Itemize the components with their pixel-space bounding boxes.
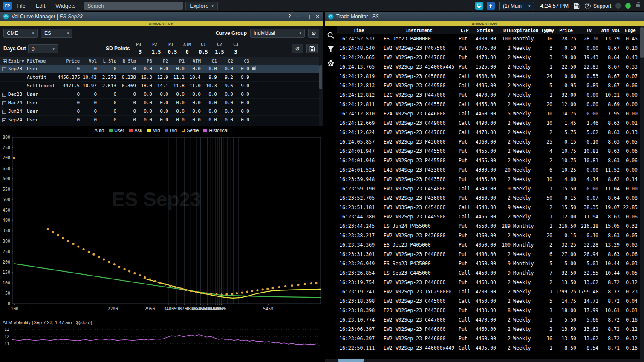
undo-button[interactable]: ↺	[292, 44, 303, 53]
trade-col-header[interactable]: Price	[554, 28, 578, 33]
value-cell[interactable]: 0.0	[234, 100, 251, 106]
vol-col-header[interactable]: L Slp	[98, 58, 118, 63]
trade-row[interactable]: 16:22:50.111EW2 W02Sep-23 446000x449Call…	[337, 343, 640, 353]
vol-table-row[interactable]: +Mar24User00000.00.00.00.00.00.00.0	[0, 99, 323, 107]
days-out-select[interactable]: 0▾	[28, 44, 58, 53]
add-expiry-icon[interactable]: +	[3, 59, 7, 63]
expand-icon[interactable]: +	[2, 101, 6, 105]
trade-row[interactable]: 16:23:59.948EW2 W02Sep-23 P443500Put4435…	[337, 175, 640, 184]
value-cell[interactable]: 11.0	[186, 83, 202, 89]
expand-icon[interactable]: +	[2, 93, 6, 97]
value-cell[interactable]: 10.4	[186, 75, 202, 80]
trade-row[interactable]: 16:23:18.398EW2 W02Sep-23 C445000Call445…	[337, 296, 640, 306]
support-button[interactable]: ? Support	[585, 3, 611, 9]
value-cell[interactable]: 0.0	[137, 66, 153, 72]
value-cell[interactable]: 0	[98, 100, 118, 106]
sd-value[interactable]: 0	[179, 48, 195, 56]
value-cell[interactable]: 0.0	[218, 109, 234, 114]
trade-row[interactable]: 16:24:01.946EW2 W02Sep-23 P445500Put4455…	[337, 156, 640, 165]
value-cell[interactable]: 0.0	[234, 109, 251, 114]
value-cell[interactable]: 11.1	[170, 75, 186, 80]
value-cell[interactable]: 0	[118, 117, 137, 123]
trade-horizontal-scrollbar[interactable]	[325, 359, 644, 362]
value-cell[interactable]: 0.0	[170, 66, 186, 72]
minimize-button[interactable]: −	[296, 14, 300, 20]
trade-row[interactable]: 16:24:48.540EW2 W02Sep-23 P407500Put4075…	[337, 43, 640, 53]
trade-col-header[interactable]: DTE	[498, 28, 511, 33]
trade-row[interactable]: 16:24:52.537ES Dec23 P400000Put4000.0010…	[337, 34, 640, 43]
legend-item[interactable]: Auto	[94, 128, 104, 133]
maximize-button[interactable]: □	[306, 14, 310, 20]
value-cell[interactable]: 0.0	[202, 100, 218, 106]
trade-col-header[interactable]: Expiration Type	[511, 28, 537, 33]
value-cell[interactable]: 0.0	[153, 100, 170, 106]
trade-row[interactable]: 16:24:12.813EW2 W02Sep-23 C449500Call449…	[337, 81, 640, 90]
trade-row[interactable]: 16:23:19.241EW2 W02Sep-23 1xC290000Call4…	[337, 287, 640, 296]
workspace-selector[interactable]: (1) Main ▾	[499, 2, 534, 10]
vol-col-header[interactable]: R Slp	[118, 58, 137, 63]
collapse-icon[interactable]: −	[2, 67, 6, 71]
trade-row[interactable]: 16:24:01.524E4B W04Sep-23 P433000Put4330…	[337, 165, 640, 175]
value-cell[interactable]: 0.0	[170, 100, 186, 106]
trade-row[interactable]: 16:23:18.398E2D W02Sep-23 P443000Put4430…	[337, 306, 640, 315]
value-cell[interactable]: 9.6	[218, 83, 234, 89]
trade-row[interactable]: 16:24:20.665EW2 W02Sep-23 P447000Put4470…	[337, 53, 640, 62]
value-cell[interactable]: 0.0	[153, 92, 170, 97]
trade-col-header[interactable]: Atm Vol	[600, 28, 621, 33]
value-cell[interactable]: 10.43	[81, 75, 98, 80]
trade-row[interactable]: 16:23:19.754EW2 W02Sep-23 P446000Put4460…	[337, 278, 640, 287]
sd-value[interactable]: 1.5	[211, 48, 228, 56]
vol-col-header[interactable]: C2	[218, 58, 234, 63]
value-cell[interactable]: -2.271	[98, 75, 118, 80]
value-cell[interactable]: 4456.375	[56, 75, 81, 80]
trade-row[interactable]: 16:23:26.854ES Sep23 C445000Call4450.009…	[337, 268, 640, 278]
value-cell[interactable]: 0.0	[218, 66, 234, 72]
menu-file[interactable]: File	[12, 3, 31, 9]
value-cell[interactable]: 10.3	[202, 83, 218, 89]
sd-value[interactable]: -1.5	[147, 48, 163, 56]
vol-col-header[interactable]: P2	[153, 58, 170, 63]
sd-value[interactable]: -0.5	[163, 48, 179, 56]
legend-item[interactable]: Ask	[129, 128, 142, 133]
trade-row[interactable]: 16:23:06.397EW2 W02Sep-23 P446000Put4460…	[337, 325, 640, 334]
atm-volatility-chart[interactable]: 131211	[0, 326, 323, 362]
value-cell[interactable]: 0.0	[202, 109, 218, 114]
value-cell[interactable]: 0.0	[137, 100, 153, 106]
expand-icon[interactable]: +	[2, 118, 6, 122]
vol-col-header[interactable]: Vol	[81, 58, 98, 63]
trade-row[interactable]: 16:23:06.397EW2 W02Sep-23 P446000Put4460…	[337, 334, 640, 343]
trade-col-header[interactable]: Qty	[537, 28, 554, 33]
trade-row[interactable]: 16:23:10.774EW2 W02Sep-23 C447000Call447…	[337, 315, 640, 325]
value-cell[interactable]: 16.3	[137, 75, 153, 80]
vol-chart[interactable]: 8007507006506005505004504003503002502001…	[0, 135, 323, 319]
expand-icon[interactable]: +	[2, 110, 6, 114]
value-cell[interactable]: 0.0	[234, 92, 251, 97]
vol-table-scrollbar[interactable]	[319, 57, 323, 126]
legend-item[interactable]: Settle	[182, 128, 199, 133]
vol-col-header[interactable]: C3	[234, 58, 251, 63]
value-cell[interactable]: 4471.5	[56, 83, 81, 89]
value-cell[interactable]: 9.9	[202, 75, 218, 80]
trade-row[interactable]: 16:23:44.245ES Jun24 P455000Put4550.0028…	[337, 221, 640, 231]
value-cell[interactable]: 0	[81, 66, 98, 72]
value-cell[interactable]: 0.0	[202, 117, 218, 123]
apps-icon[interactable]	[327, 60, 335, 67]
value-cell[interactable]: 0.0	[186, 109, 202, 114]
settings-button[interactable]: ⚙	[308, 29, 319, 38]
trade-vertical-scrollbar[interactable]	[640, 26, 644, 359]
value-cell[interactable]: 0	[81, 117, 98, 123]
atm-volatility-section[interactable]: ATM Volatility (Sep 7 23, 1:47 am - ${st…	[0, 319, 323, 362]
value-cell[interactable]: 0	[56, 92, 81, 97]
trade-row[interactable]: 16:23:31.301EW2 W02Sep-23 P448000Put4480…	[337, 250, 640, 259]
vol-table-row[interactable]: +Sep24User00000.00.00.00.00.00.00.0	[0, 116, 323, 124]
trade-col-header[interactable]: Instrument	[381, 28, 457, 33]
trade-row[interactable]: 16:24:12.819EW2 W02Sep-23 C450000Call450…	[337, 72, 640, 81]
trade-row[interactable]: 16:23:51.181EW3 W03Sep-23 C454000Call454…	[337, 203, 640, 212]
trade-row[interactable]: 16:23:52.705EW2 W02Sep-23 P436000Put4360…	[337, 193, 640, 203]
global-search-input[interactable]	[84, 2, 183, 10]
app-logo[interactable]: FP	[3, 2, 12, 10]
value-cell[interactable]: 0.0	[202, 92, 218, 97]
legend-item[interactable]: Mid	[147, 128, 160, 133]
value-cell[interactable]: 0.0	[137, 92, 153, 97]
trade-col-header[interactable]: C/P	[457, 28, 472, 33]
